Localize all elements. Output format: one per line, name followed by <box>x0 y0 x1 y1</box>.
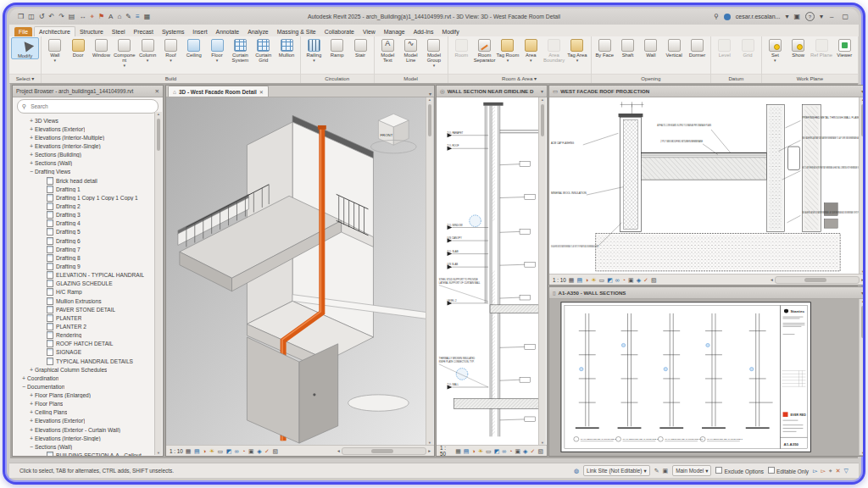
view-control-icon[interactable]: ◔ <box>242 448 245 454</box>
tree-item[interactable]: − Sections (Wall) <box>13 442 163 451</box>
view-control-icon[interactable]: ▤ <box>576 277 582 283</box>
ribbon-button[interactable]: Vertical ▾ <box>663 37 686 58</box>
qat-icon[interactable]: ▦ <box>144 14 151 20</box>
ribbon-tab[interactable]: Massing & Site <box>273 27 320 37</box>
ribbon-button[interactable]: Room Separator ▾ <box>473 37 496 63</box>
tree-item[interactable]: + Elevations (Exterior) <box>13 417 163 425</box>
tree-item[interactable]: Drafting 4 <box>13 219 163 228</box>
tree-item[interactable]: H/C Ramp <box>13 288 163 297</box>
tree-item[interactable]: + Floor Plans <box>13 400 163 408</box>
expand-icon[interactable]: + <box>28 392 35 398</box>
ribbon-button[interactable]: Show ▾ <box>787 37 810 58</box>
tree-item[interactable]: Drafting 3 <box>13 211 163 219</box>
tree-item[interactable]: − Documentation <box>13 382 163 391</box>
search-icon[interactable]: ⚲ <box>714 14 719 20</box>
tree-item[interactable]: Drafting 1 <box>13 185 163 193</box>
dropdown-caret-icon[interactable]: ▾ <box>774 58 776 63</box>
browser-scrollbar[interactable]: ▴ ▾ <box>154 112 162 455</box>
panel-caret-icon[interactable]: ▾ <box>541 88 543 94</box>
scroll-left-icon[interactable]: ◂ <box>771 277 773 282</box>
tree-item[interactable]: Drafting 1 Copy 1 Copy 1 Copy 1 <box>13 193 163 202</box>
ribbon-tab[interactable]: View <box>359 27 380 37</box>
qat-icon[interactable]: ≡ <box>136 14 140 20</box>
expand-icon[interactable]: + <box>20 375 27 381</box>
ribbon-button[interactable]: By Face ▾ <box>593 37 616 58</box>
qat-icon[interactable]: ❒ <box>18 14 24 20</box>
dropdown-caret-icon[interactable]: ▾ <box>433 63 436 68</box>
account-caret-icon[interactable]: ▾ <box>785 14 788 20</box>
view-control-icon[interactable]: ☀ <box>209 448 214 454</box>
search-input[interactable] <box>29 103 153 110</box>
ribbon-button[interactable]: Shaft ▾ <box>616 37 639 58</box>
detail-callout[interactable] <box>456 369 468 380</box>
qat-icon[interactable]: ↶ <box>48 14 54 20</box>
scale-control[interactable]: 1 : 50 <box>440 445 453 456</box>
scroll-right-icon[interactable]: ▸ <box>428 448 431 453</box>
scroll-up-icon[interactable]: ▴ <box>862 299 864 303</box>
ribbon-button[interactable]: Area Boundary ▾ <box>542 37 565 63</box>
horizontal-scrollbar[interactable]: ◂ ▸ <box>771 276 864 284</box>
project-browser-header[interactable]: Project Browser - arch_buildinga1_144104… <box>13 86 163 97</box>
tree-item[interactable]: + Elevations (Exterior) <box>13 125 163 133</box>
ribbon-tab[interactable]: Add-Ins <box>409 27 438 37</box>
worksets-icon[interactable]: ◍ <box>574 468 579 474</box>
view-control-icon[interactable]: ◔ <box>509 448 512 454</box>
tree-item[interactable]: Brick head detail <box>13 176 163 185</box>
qat-icon[interactable]: ◫ <box>28 14 35 20</box>
ribbon-button[interactable]: Wall ▾ <box>639 37 662 58</box>
ribbon-group-label[interactable]: Room & Area ▾ <box>448 74 591 83</box>
expand-icon[interactable]: + <box>28 118 35 124</box>
ribbon-tab[interactable]: Modify <box>437 27 463 37</box>
scale-control[interactable]: 1 : 10 <box>170 448 183 454</box>
ribbon-button[interactable]: Model Text ▾ <box>376 37 399 63</box>
qat-icon[interactable]: ⌂ <box>117 14 121 20</box>
tree-item[interactable]: + Coordination <box>13 374 163 382</box>
tree-item[interactable]: GLAZING SCHEDULE <box>13 280 163 288</box>
view-control-icon[interactable]: ✓ <box>643 277 648 283</box>
ribbon-button[interactable]: Set ▾ <box>764 37 787 63</box>
dropdown-caret-icon[interactable]: ▾ <box>147 58 149 63</box>
dropdown-caret-icon[interactable]: ▾ <box>216 58 219 63</box>
ribbon-button[interactable]: Curtain Grid ▾ <box>252 37 275 63</box>
ribbon-tab[interactable]: Manage <box>380 27 409 37</box>
view-control-icon[interactable]: ▣ <box>628 277 634 283</box>
tree-item[interactable]: + Floor Plans (Enlarged) <box>13 391 163 400</box>
tree-item[interactable]: + Sections (Building) <box>13 151 163 159</box>
tree-item[interactable]: BUILDING SECTION A-A - Callout <box>13 451 163 456</box>
view-control-icon[interactable]: ▭ <box>486 448 492 454</box>
tree-item[interactable]: + Elevations (Interior-Single) <box>13 434 163 442</box>
selection-toggle-icon[interactable]: ▻ <box>821 468 825 474</box>
ribbon-tab[interactable]: Precast <box>130 27 158 37</box>
ribbon-tab[interactable]: File <box>14 27 32 37</box>
expand-icon[interactable]: + <box>28 418 35 424</box>
expand-icon[interactable]: − <box>28 169 35 175</box>
roof-projection-header[interactable]: ▭ WEST FACADE ROOF PROJECTION ▾ <box>549 86 865 97</box>
ribbon-button[interactable]: Railing ▾ <box>303 37 326 63</box>
scroll-down-icon[interactable]: ▾ <box>542 441 543 445</box>
scroll-up-icon[interactable]: ▴ <box>862 97 864 102</box>
ribbon-button[interactable]: Floor ▾ <box>205 37 228 63</box>
tree-item[interactable]: SIGNAGE <box>13 348 163 357</box>
view-control-icon[interactable]: ◩ <box>607 277 613 283</box>
tree-item[interactable]: Drafting 5 <box>13 228 163 236</box>
status-icon[interactable]: ✎ <box>654 468 659 474</box>
qat-icon[interactable]: ↷ <box>58 14 64 20</box>
scroll-down-icon[interactable]: ▾ <box>862 269 864 274</box>
tree-item[interactable]: Drafting 9 <box>13 262 163 270</box>
dropdown-caret-icon[interactable]: ▾ <box>54 58 57 63</box>
scroll-down-icon[interactable]: ▾ <box>158 451 159 455</box>
tree-item[interactable]: PLANTER <box>13 313 163 322</box>
tree-item[interactable]: + Elevations (Exterior - Curtain Wall) <box>13 425 163 434</box>
dropdown-caret-icon[interactable]: ▾ <box>313 58 315 63</box>
ribbon-tab[interactable]: Insert <box>188 27 211 37</box>
view-control-icon[interactable]: ▧ <box>651 277 657 283</box>
dropdown-caret-icon[interactable]: ▾ <box>507 58 509 63</box>
expand-icon[interactable]: − <box>20 384 27 390</box>
account-name[interactable]: cesar.r.escalan... <box>736 14 781 19</box>
view-control-icon[interactable]: ▦ <box>569 277 575 283</box>
ribbon-button[interactable]: Room ▾ <box>450 37 473 58</box>
ribbon-button[interactable]: Dormer ▾ <box>686 37 709 58</box>
view-control-icon[interactable]: ◑ <box>471 448 475 454</box>
tree-item[interactable]: PLANTER 2 <box>13 322 163 330</box>
scroll-up-icon[interactable]: ▴ <box>429 97 431 102</box>
